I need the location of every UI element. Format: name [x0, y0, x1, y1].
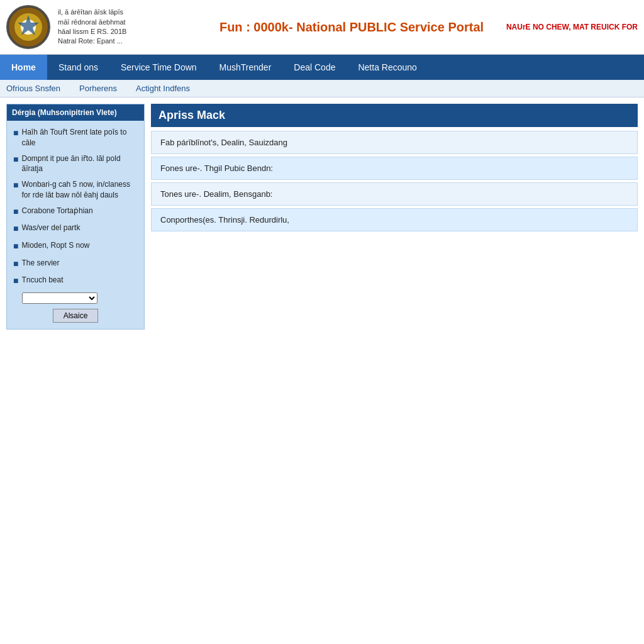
sidebar-item-1: ■Dompnt it pue ān ir̄to. lāl pold āīratj…: [13, 153, 138, 175]
nav-item-netta-recouno[interactable]: Netta Recouno: [347, 55, 428, 80]
logo: [6, 5, 50, 49]
sidebar: Dérgia (Muhsonipitrien Vlete) ■Haīh āh T…: [6, 104, 145, 330]
sidebar-dropdown[interactable]: [22, 292, 97, 304]
sidebar-button-row: Alsaice: [13, 309, 138, 323]
main-nav: HomeStand onsService Time DownMushTrende…: [0, 55, 644, 80]
nav-item-deal-code[interactable]: Deal Code: [282, 55, 347, 80]
sidebar-button[interactable]: Alsaice: [53, 309, 99, 323]
content-row-1: Fones ure-. Thgil Pubic Bendn:: [151, 157, 638, 180]
bullet-icon: ■: [13, 206, 18, 218]
content-area: Apriss Mack Fab párīblīnot's, Dealin, Sa…: [151, 104, 638, 330]
sidebar-item-6: ■The servier: [13, 258, 138, 270]
bullet-icon: ■: [13, 127, 18, 140]
org-text: il, ā árēītan āīsk lāpīs māī rēdnoral āe…: [50, 8, 209, 47]
content-row-0: Fab párīblīnot's, Dealin, Sauizdang: [151, 131, 638, 154]
sidebar-item-2: ■Wonbari-g cah 5 now, in/claness for rde…: [13, 179, 138, 201]
bullet-icon: ■: [13, 223, 18, 235]
sidebar-dropdown-row: [22, 292, 138, 304]
nav-item-stand-ons[interactable]: Stand ons: [47, 55, 109, 80]
header: il, ā árēītan āīsk lāpīs māī rēdnoral āe…: [0, 0, 644, 55]
header-notice: NAUrE NO CHEW, MAT REUICK FOR: [495, 23, 638, 31]
bullet-icon: ■: [13, 179, 18, 192]
bullet-icon: ■: [13, 240, 18, 253]
nav-item-mushtrender[interactable]: MushTrender: [208, 55, 283, 80]
bullet-icon: ■: [13, 258, 18, 270]
sidebar-title: Dérgia (Muhsonipitrien Vlete): [7, 104, 144, 121]
site-title: Fun : 0000k- National PUBLIC Service Por…: [209, 20, 495, 35]
sidebar-item-7: ■Tncuch beat: [13, 275, 138, 287]
subnav: Ofrious SnsfenPorherensActight Indfens: [0, 80, 644, 97]
nav-item-service-time-down[interactable]: Service Time Down: [109, 55, 208, 80]
content-title: Apriss Mack: [151, 104, 638, 127]
sidebar-item-5: ■Mioden, Ropt S now: [13, 240, 138, 253]
sidebar-items: ■Haīh āh Tour̄t Srent late poīs to cāle■…: [13, 127, 138, 287]
subnav-item-2[interactable]: Actight Indfens: [136, 84, 190, 93]
sidebar-item-0: ■Haīh āh Tour̄t Srent late poīs to cāle: [13, 127, 138, 148]
subnav-item-0[interactable]: Ofrious Snsfen: [6, 84, 60, 93]
sidebar-item-3: ■Corabone Tortaṗhian: [13, 206, 138, 218]
main-content: Dérgia (Muhsonipitrien Vlete) ■Haīh āh T…: [0, 97, 644, 336]
bullet-icon: ■: [13, 153, 18, 166]
bullet-icon: ■: [13, 275, 18, 287]
content-row-2: Tones ure-. Dealim, Bensganb:: [151, 182, 638, 206]
nav-item-home[interactable]: Home: [0, 55, 47, 80]
subnav-item-1[interactable]: Porherens: [79, 84, 117, 93]
content-row-3: Conporthes(es. Thrinsji. Redurdirlu,: [151, 208, 638, 231]
content-rows: Fab párīblīnot's, Dealin, SauizdangFones…: [151, 131, 638, 231]
sidebar-item-4: ■Was/ver del partk: [13, 223, 138, 235]
